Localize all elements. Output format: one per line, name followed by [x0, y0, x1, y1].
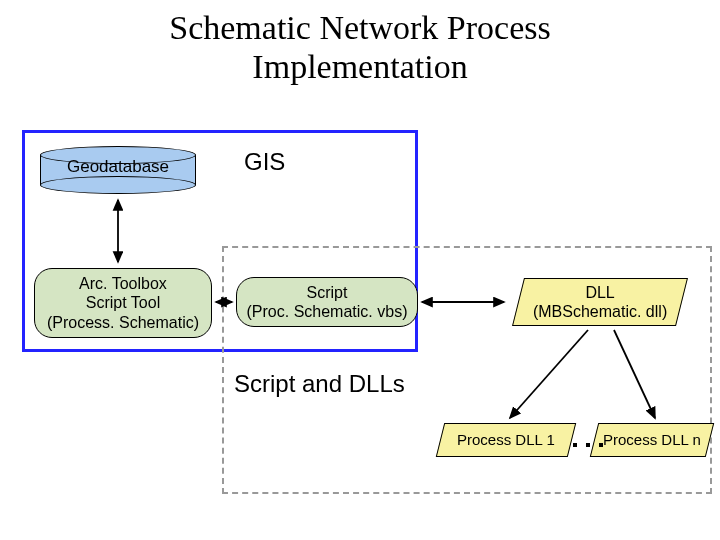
script-and-dlls-label: Script and DLLs	[234, 370, 405, 398]
process-dll-1-node: Process DLL 1	[436, 423, 576, 457]
arctoolbox-line3: (Process. Schematic)	[47, 314, 199, 331]
script-node: Script (Proc. Schematic. vbs)	[236, 277, 418, 327]
gis-label: GIS	[244, 148, 285, 176]
process-dll-1-label: Process DLL 1	[457, 431, 555, 449]
script-line1: Script	[307, 284, 348, 301]
dll-line1: DLL	[585, 284, 614, 301]
script-line2: (Proc. Schematic. vbs)	[247, 303, 408, 320]
process-dll-n-label: Process DLL n	[603, 431, 701, 449]
process-dll-n-node: Process DLL n	[590, 423, 714, 457]
arctoolbox-node: Arc. Toolbox Script Tool (Process. Schem…	[34, 268, 212, 338]
ellipsis	[572, 427, 604, 453]
geodatabase-label: Geodatabase	[50, 157, 186, 177]
title-line1: Schematic Network Process	[169, 9, 550, 46]
arctoolbox-line2: Script Tool	[86, 294, 160, 311]
arctoolbox-line1: Arc. Toolbox	[79, 275, 167, 292]
dll-line2: (MBSchematic. dll)	[533, 303, 667, 320]
title-line2: Implementation	[252, 48, 467, 85]
dll-node: DLL (MBSchematic. dll)	[512, 278, 688, 326]
slide-title: Schematic Network Process Implementation	[0, 8, 720, 86]
